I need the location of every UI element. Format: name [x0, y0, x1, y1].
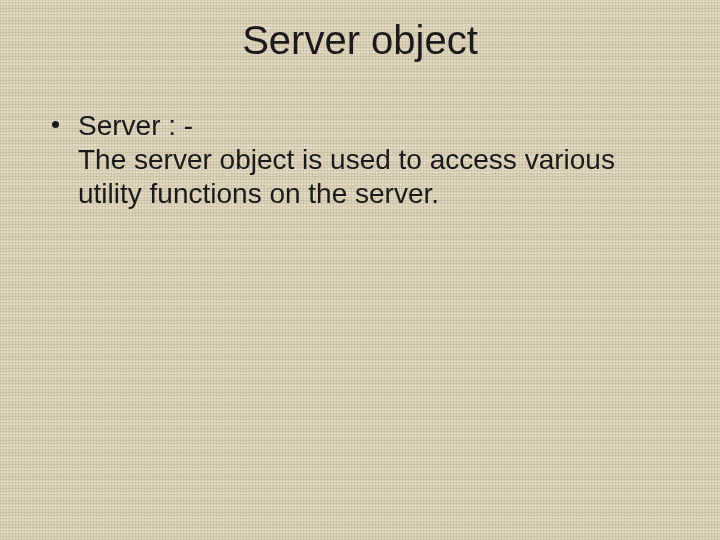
slide: Server object Server : - The server obje…	[0, 0, 720, 540]
bullet-text: The server object is used to access vari…	[78, 144, 615, 209]
slide-body: Server : - The server object is used to …	[40, 109, 680, 211]
bullet-icon	[52, 121, 59, 128]
bullet-item: Server : - The server object is used to …	[50, 109, 680, 211]
bullet-lead: Server : -	[78, 110, 193, 141]
slide-title: Server object	[40, 18, 680, 63]
